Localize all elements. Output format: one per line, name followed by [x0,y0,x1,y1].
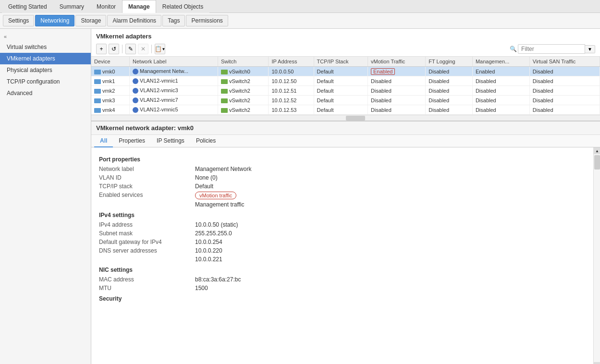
settings-tab-tags[interactable]: Tags [162,15,185,26]
prop-value-dns-secondary: 10.0.0.221 [195,256,222,263]
enabled-badge: Enabled [371,68,395,75]
filter-dropdown-button[interactable]: ▼ [585,45,595,53]
cell-vsan: Disabled [529,86,600,96]
scroll-up-button[interactable]: ▲ [594,147,600,154]
cell-tcpip: Default [314,96,367,105]
cell-ip: 10.0.12.52 [269,96,314,105]
table-row[interactable]: vmk2 VLAN12-vmnic3 vSwitch2 10.0.12.51 D… [91,86,600,96]
cell-device: vmk1 [91,76,130,86]
col-management: Managemen... [472,57,529,67]
detail-tab-all[interactable]: All [94,135,113,147]
prop-label-mac-address: MAC address [99,276,195,283]
add-adapter-button[interactable]: + [96,44,107,54]
cell-network-label: VLAN12-vmnic3 [130,86,218,96]
tab-getting-started[interactable]: Getting Started [2,0,53,13]
detail-tab-properties[interactable]: Properties [113,135,151,147]
cell-ip: 10.0.12.50 [269,76,314,86]
horizontal-scrollbar[interactable] [91,115,600,121]
cell-ip: 10.0.12.53 [269,105,314,115]
sidebar-item-tcpip-configuration[interactable]: TCP/IP configuration [0,76,91,87]
adapters-table-container[interactable]: Device Network Label Switch IP Address T… [91,56,600,115]
cell-network-label: VLAN12-vmnic1 [130,76,218,86]
edit-button[interactable]: ✎ [125,44,136,54]
network-icon [133,107,138,113]
prop-tcpip-stack: TCP/IP stack Default [99,183,586,190]
scroll-down-button[interactable]: ▼ [594,362,600,364]
cell-management: Disabled [472,76,529,86]
tab-related-objects[interactable]: Related Objects [156,0,209,13]
prop-default-gateway: Default gateway for IPv4 10.0.0.254 [99,239,586,245]
cell-device: vmk2 [91,86,130,96]
delete-button[interactable]: ✕ [138,44,148,54]
filter-input[interactable] [518,44,585,54]
nic-settings-title: NIC settings [99,267,586,273]
table-row[interactable]: vmk4 VLAN12-vmnic5 vSwitch2 10.0.12.53 D… [91,105,600,115]
sidebar-item-advanced[interactable]: Advanced [0,87,91,99]
table-row[interactable]: vmk1 VLAN12-vmnic1 vSwitch2 10.0.12.50 D… [91,76,600,86]
prop-value-ipv4-address: 10.0.0.50 (static) [195,221,238,228]
switch-icon [221,70,228,74]
toolbar-separator-1 [122,45,122,53]
sidebar-back-button[interactable]: « [0,32,91,41]
prop-label-network-label: Network label [99,166,195,172]
prop-label-dns-secondary-spacer [99,256,195,263]
tab-summary[interactable]: Summary [53,0,90,13]
refresh-button[interactable]: ↺ [109,44,119,54]
device-icon [94,79,101,84]
adapters-toolbar: + ↺ ✎ ✕ 📋 ▼ 🔍 ▼ [91,42,600,56]
network-icon [133,78,138,84]
adapters-section-title: VMkernel adapters [91,29,600,42]
detail-scrollbar[interactable]: ▲ ▼ [593,147,600,364]
detail-content: Port properties Network label Management… [91,147,593,364]
sidebar: « Virtual switches VMkernel adapters Phy… [0,29,91,364]
col-ft-logging: FT Logging [426,57,473,67]
cell-device: vmk4 [91,105,130,115]
prop-label-default-gateway: Default gateway for IPv4 [99,239,195,245]
prop-value-vlan-id: None (0) [195,174,218,181]
prop-label-subnet-mask: Subnet mask [99,230,195,237]
settings-tab-storage[interactable]: Storage [75,15,106,26]
device-icon [94,108,101,113]
cell-tcpip: Default [314,105,367,115]
cell-vsan: Disabled [529,105,600,115]
chevron-down-icon: ▼ [162,47,166,51]
prop-value-network-label: Management Network [195,166,251,172]
adapters-table: Device Network Label Switch IP Address T… [91,57,600,115]
settings-tab-alarm-definitions[interactable]: Alarm Definitions [107,15,161,26]
cell-vmotion: Disabled [368,86,426,96]
cell-switch: vSwitch2 [218,96,269,105]
tab-monitor[interactable]: Monitor [90,0,122,13]
settings-tab-networking[interactable]: Networking [35,15,74,26]
prop-label-enabled-services: Enabled services [99,192,195,199]
cell-ft-logging: Disabled [426,105,473,115]
content-area: VMkernel adapters + ↺ ✎ ✕ 📋 ▼ 🔍 [91,29,600,364]
table-row[interactable]: vmk3 VLAN12-vmnic7 vSwitch2 10.0.12.52 D… [91,96,600,105]
sidebar-item-virtual-switches[interactable]: Virtual switches [0,41,91,53]
detail-tab-ip-settings[interactable]: IP Settings [151,135,190,147]
switch-icon [221,79,228,84]
vmotion-traffic-badge: vMotion traffic [195,192,236,199]
prop-enabled-services: Enabled services vMotion traffic [99,192,586,199]
prop-subnet-mask: Subnet mask 255.255.255.0 [99,230,586,237]
search-icon: 🔍 [510,46,517,52]
settings-bar: Settings Networking Storage Alarm Defini… [0,13,600,29]
cell-network-label: VLAN12-vmnic7 [130,96,218,105]
sidebar-item-physical-adapters[interactable]: Physical adapters [0,64,91,76]
prop-value-management-traffic: Management traffic [195,201,245,208]
settings-tab-settings[interactable]: Settings [3,15,34,26]
table-row[interactable]: vmk0 Management Netw... vSwitch0 10.0.0.… [91,67,600,76]
detail-tab-policies[interactable]: Policies [190,135,221,147]
port-properties-title: Port properties [99,156,586,163]
prop-value-dns-primary: 10.0.0.220 [195,247,222,254]
tab-manage[interactable]: Manage [122,0,156,13]
more-actions-button[interactable]: 📋 ▼ [155,44,165,54]
filter-dropdown-icon: ▼ [588,47,592,52]
cell-management: Disabled [472,86,529,96]
adapters-table-body: vmk0 Management Netw... vSwitch0 10.0.0.… [91,67,600,115]
settings-tab-permissions[interactable]: Permissions [186,15,228,26]
table-header-row: Device Network Label Switch IP Address T… [91,57,600,67]
cell-ft-logging: Disabled [426,67,473,76]
detail-body: Port properties Network label Management… [99,152,586,364]
cell-tcpip: Default [314,67,367,76]
sidebar-item-vmkernel-adapters[interactable]: VMkernel adapters [0,53,91,64]
